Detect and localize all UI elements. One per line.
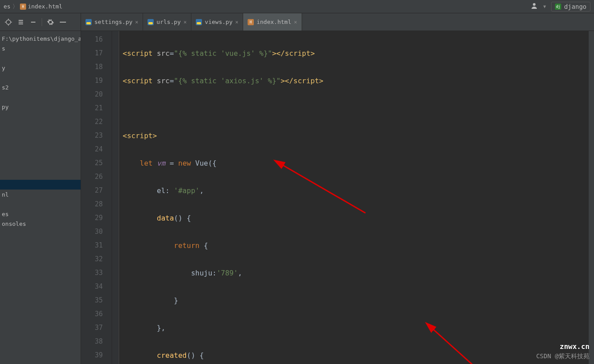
code-cls: Vue (195, 159, 208, 167)
vertical-scrollbar[interactable] (589, 31, 594, 364)
tree-item[interactable] (0, 53, 81, 63)
tab-label: index.html (256, 19, 291, 25)
breadcrumb-separator: 〉 (12, 3, 18, 11)
tree-item[interactable] (0, 199, 81, 209)
python-file-icon (196, 19, 202, 25)
code-pane: 1617181920212223242526272829303132333435… (81, 31, 594, 364)
svg-text:H: H (22, 5, 24, 9)
svg-text:H: H (250, 20, 252, 24)
svg-point-5 (6, 20, 11, 24)
toolbar-separator (42, 18, 42, 26)
tree-item[interactable]: s2 (0, 82, 81, 92)
fold-column[interactable] (112, 31, 119, 364)
run-configuration[interactable]: dj django (551, 2, 590, 12)
code-var: vm (157, 159, 165, 167)
tree-item[interactable] (0, 73, 81, 82)
tab-label: settings.py (94, 19, 132, 25)
tree-item-selected[interactable] (0, 180, 81, 190)
code-fn: data (157, 214, 174, 222)
html-file-icon: H (20, 4, 26, 10)
svg-point-2 (533, 3, 536, 6)
breadcrumb-part[interactable]: es (4, 3, 11, 10)
python-file-icon (85, 19, 92, 25)
gear-icon[interactable] (45, 16, 56, 28)
watermark-csdn: CSDN @紫天科技苑 (536, 352, 590, 360)
close-icon[interactable]: × (135, 19, 138, 25)
tree-item[interactable]: y (0, 63, 81, 73)
tree-spacer (0, 121, 81, 180)
code-fn: created (157, 351, 186, 360)
tree-item[interactable]: py (0, 102, 81, 112)
svg-rect-16 (197, 22, 201, 24)
line-number-gutter: 1617181920212223242526272829303132333435… (81, 31, 112, 364)
sidebar-toolbar (0, 13, 81, 31)
html-file-icon: H (248, 19, 254, 25)
tree-item[interactable]: es (0, 209, 81, 219)
tree-item[interactable]: s (0, 43, 81, 53)
tree-item[interactable] (0, 112, 81, 121)
svg-rect-12 (86, 22, 91, 24)
editor-area: settings.py × urls.py × views.py × H ind… (81, 13, 594, 364)
close-icon[interactable]: × (235, 19, 238, 25)
run-config-label: django (564, 3, 586, 10)
code-kw: new (178, 159, 191, 167)
code-src: {% static 'vue.js' %} (178, 49, 268, 58)
main-area: F:\pythonitems\django_axi s y s2 py nl e… (0, 13, 594, 364)
close-icon[interactable]: × (294, 19, 297, 25)
tab-index-html[interactable]: H index.html × (243, 13, 302, 31)
breadcrumb-file[interactable]: index.html (28, 3, 62, 10)
user-icon[interactable] (531, 2, 538, 11)
svg-text:dj: dj (556, 5, 561, 9)
code-editor[interactable]: <script src="{% static 'vue.js' %}"></sc… (119, 31, 594, 364)
code-str: '#app' (174, 186, 200, 195)
svg-rect-10 (60, 22, 66, 23)
editor-tabs: settings.py × urls.py × views.py × H ind… (81, 13, 594, 31)
watermark-znwx: znwx.cn (560, 342, 590, 351)
project-tree[interactable]: F:\pythonitems\django_axi s y s2 py nl e… (0, 31, 81, 364)
tree-item[interactable]: onsoles (0, 219, 81, 228)
tree-path[interactable]: F:\pythonitems\django_axi (0, 34, 81, 43)
python-file-icon (148, 19, 154, 25)
code-key: shuju (191, 269, 212, 277)
code-kw: let (140, 159, 153, 167)
breadcrumb[interactable]: es 〉 H index.html (4, 3, 62, 11)
tab-settings[interactable]: settings.py × (81, 13, 143, 31)
project-sidebar: F:\pythonitems\django_axi s y s2 py nl e… (0, 13, 81, 364)
close-icon[interactable]: × (183, 19, 186, 25)
collapse-all-icon[interactable] (27, 16, 39, 28)
tab-views[interactable]: views.py × (191, 13, 243, 31)
svg-rect-14 (148, 22, 153, 24)
top-right-controls: ▼ dj django (531, 2, 590, 12)
top-bar: es 〉 H index.html ▼ dj django (0, 0, 594, 13)
expand-all-icon[interactable] (15, 16, 27, 28)
django-icon: dj (555, 4, 561, 10)
code-key: el (157, 186, 165, 195)
tab-label: views.py (205, 19, 233, 25)
code-kw: return (174, 241, 200, 250)
code-op: = (170, 159, 174, 167)
minimize-icon[interactable] (57, 16, 69, 28)
code-str: '789' (217, 269, 238, 277)
locate-icon[interactable] (3, 16, 14, 28)
tree-item[interactable] (0, 92, 81, 102)
tree-item[interactable]: nl (0, 190, 81, 199)
tab-urls[interactable]: urls.py × (143, 13, 191, 31)
tab-label: urls.py (156, 19, 181, 25)
code-src: {% static 'axios.js' %} (178, 77, 276, 85)
chevron-down-icon[interactable]: ▼ (543, 4, 546, 9)
